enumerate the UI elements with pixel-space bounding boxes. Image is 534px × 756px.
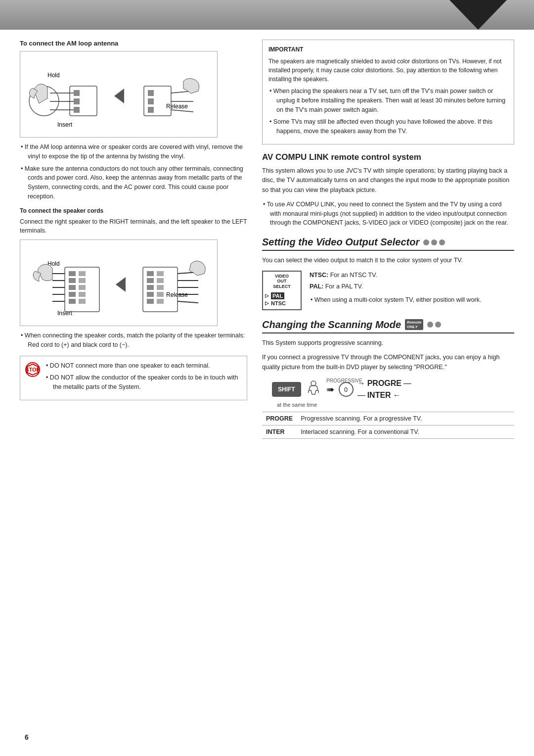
am-antenna-svg: Hold Release Insert xyxy=(20,51,218,138)
vs-ntsc-label: NTSC xyxy=(271,300,286,306)
svg-rect-42 xyxy=(147,285,154,290)
scanning-diagram: PROGRESSIVE SHIFT ➠ xyxy=(272,379,514,408)
svg-rect-44 xyxy=(147,299,154,304)
scan-val-progre: Progressive scanning. For a progressive … xyxy=(297,412,514,425)
svg-rect-5 xyxy=(74,98,80,104)
svg-text:Release: Release xyxy=(166,103,188,110)
video-selector-section: Setting the Video Output Selector You ca… xyxy=(262,236,514,310)
am-bullet-2: Make sure the antenna conductors do not … xyxy=(20,164,247,201)
svg-rect-26 xyxy=(69,292,76,297)
scanning-table: PROGRE Progressive scanning. For a progr… xyxy=(262,412,514,439)
pal-strong: PAL: xyxy=(310,283,323,290)
svg-rect-14 xyxy=(148,98,154,104)
av-compu-bullet-1: To use AV COMPU LINK, you need to connec… xyxy=(262,200,514,228)
vs-option-pal: ▷ PAL xyxy=(265,292,299,299)
video-selector-dots xyxy=(423,239,445,245)
svg-line-18 xyxy=(171,110,193,112)
important-box: IMPORTANT The speakers are magnetically … xyxy=(262,40,514,144)
page-number: 6 xyxy=(25,733,29,741)
scan-branches: → PROGRE — — INTER ← xyxy=(357,379,411,400)
progre-row: → PROGRE — xyxy=(357,379,411,388)
ntsc-desc-text: For an NTSC TV. xyxy=(330,272,377,279)
svg-line-54 xyxy=(178,301,198,303)
video-out-box: VIDEOOUTSELECT ▷ PAL ▷ NTSC xyxy=(262,271,302,310)
scan-row: SHIFT ➠ 0 xyxy=(272,379,514,400)
scan-key-progre: PROGRE xyxy=(262,412,297,425)
inter-dash: — xyxy=(357,391,365,400)
svg-marker-11 xyxy=(114,89,124,103)
svg-rect-28 xyxy=(79,271,86,276)
video-selector-area: VIDEOOUTSELECT ▷ PAL ▷ NTSC xyxy=(262,271,514,310)
svg-rect-49 xyxy=(157,299,164,304)
speaker-cords-heading: To connect the speaker cords xyxy=(20,207,247,214)
video-text-col: NTSC: For an NTSC TV. PAL: For a PAL TV.… xyxy=(310,271,514,308)
svg-text:Insert: Insert xyxy=(57,121,73,128)
scanning-section: Changing the Scanning Mode RemoteONLY Th… xyxy=(262,319,514,439)
video-selector-body: You can select the video output to match… xyxy=(262,256,514,265)
scanning-title: Changing the Scanning Mode RemoteONLY xyxy=(262,319,514,333)
svg-rect-48 xyxy=(157,292,164,297)
header-bar xyxy=(0,0,534,30)
video-out-box-wrap: VIDEOOUTSELECT ▷ PAL ▷ NTSC xyxy=(262,271,302,310)
progre-label-text: PROGRE xyxy=(367,379,401,388)
remote-badge: RemoteONLY xyxy=(405,319,423,330)
speaker-cords-section: To connect the speaker cords Connect the… xyxy=(20,207,247,350)
svg-text:Hold: Hold xyxy=(47,72,60,79)
scanning-dots xyxy=(427,322,441,328)
header-triangle xyxy=(449,0,507,30)
av-compu-body: This system allows you to use JVC's TV w… xyxy=(262,166,514,195)
vs-pal-label: PAL xyxy=(271,292,284,299)
shift-button: SHIFT xyxy=(272,382,301,397)
speaker-cords-svg: Hold Release Insert xyxy=(20,240,218,327)
am-antenna-bullets: If the AM loop antenna wire or speaker c… xyxy=(20,142,247,201)
svg-rect-31 xyxy=(79,292,86,297)
av-compu-title: AV COMPU LINK remote control system xyxy=(262,152,514,162)
scan-circle: 0 xyxy=(339,382,354,397)
av-compu-section: AV COMPU LINK remote control system This… xyxy=(262,152,514,228)
inter-label-text: INTER xyxy=(367,391,391,400)
stop-icon: STOP xyxy=(25,362,40,377)
svg-rect-24 xyxy=(69,278,76,283)
svg-rect-27 xyxy=(69,299,76,304)
scan-val-inter: Interlaced scanning. For a conventional … xyxy=(297,425,514,439)
svg-rect-47 xyxy=(157,285,164,290)
ntsc-strong: NTSC: xyxy=(310,272,328,279)
scan-row-inter: INTER Interlaced scanning. For a convent… xyxy=(262,425,514,439)
scanning-body2: If you connect a progressive TV through … xyxy=(262,353,514,372)
progre-dash: — xyxy=(403,379,411,388)
at-same-time: at the same time xyxy=(277,402,514,408)
page-wrapper: To connect the AM loop antenna Hold Rele… xyxy=(0,0,534,756)
important-bullet-1: When placing the speakers near a TV set,… xyxy=(268,87,508,114)
vs-label-video: VIDEOOUTSELECT xyxy=(265,274,299,289)
vs-option-ntsc: ▷ NTSC xyxy=(265,300,299,306)
pal-desc-text: For a PAL TV. xyxy=(325,283,363,290)
important-title: IMPORTANT xyxy=(268,45,508,54)
progressive-label: PROGRESSIVE xyxy=(326,378,362,383)
svg-rect-45 xyxy=(157,271,164,276)
am-antenna-diagram: Hold Release Insert xyxy=(20,51,218,138)
scanning-body: This System supports progressive scannin… xyxy=(262,338,514,348)
stop-bullet-1: DO NOT connect more than one speaker to … xyxy=(45,361,241,371)
svg-rect-4 xyxy=(74,90,80,96)
vs-options: ▷ PAL ▷ NTSC xyxy=(265,292,299,306)
am-antenna-section: To connect the AM loop antenna Hold Rele… xyxy=(20,40,247,201)
inter-row: — INTER ← xyxy=(357,391,411,400)
speaker-cords-diagram: Hold Release Insert xyxy=(20,239,218,326)
speaker-bullet-1: When connecting the speaker cords, match… xyxy=(20,331,247,350)
stop-bullets: DO NOT connect more than one speaker to … xyxy=(45,361,241,392)
vs-arrow-ntsc: ▷ xyxy=(265,300,269,306)
av-compu-bullets: To use AV COMPU LINK, you need to connec… xyxy=(262,200,514,228)
svg-rect-46 xyxy=(157,278,164,283)
scan-row-progre: PROGRE Progressive scanning. For a progr… xyxy=(262,412,514,425)
right-column: IMPORTANT The speakers are magnetically … xyxy=(262,40,514,439)
svg-rect-6 xyxy=(74,107,80,113)
am-bullet-1: If the AM loop antenna wire or speaker c… xyxy=(20,142,247,161)
svg-rect-13 xyxy=(148,90,154,96)
svg-rect-43 xyxy=(147,292,154,297)
ntsc-desc: NTSC: For an NTSC TV. xyxy=(310,271,514,280)
important-bullets: When placing the speakers near a TV set,… xyxy=(268,87,508,136)
video-selector-title: Setting the Video Output Selector xyxy=(262,236,514,251)
content-area: To connect the AM loop antenna Hold Rele… xyxy=(0,40,534,439)
svg-rect-40 xyxy=(147,271,154,276)
svg-rect-30 xyxy=(79,285,86,290)
